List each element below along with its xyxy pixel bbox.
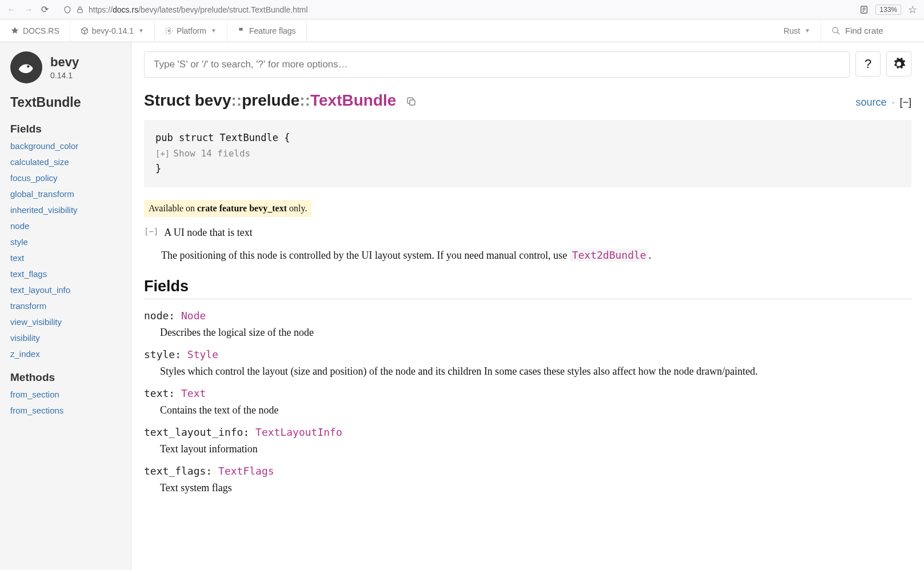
url-bar[interactable]: https://docs.rs/bevy/latest/bevy/prelude… xyxy=(57,5,851,14)
field-entry: text_layout_info: TextLayoutInfoText lay… xyxy=(144,426,911,457)
sidebar-field-link[interactable]: text_flags xyxy=(10,269,131,279)
sidebar: bevy 0.14.1 TextBundle Fields background… xyxy=(0,42,131,570)
source-link[interactable]: source xyxy=(855,97,886,108)
sidebar-methods-heading: Methods xyxy=(10,371,131,384)
reader-icon[interactable] xyxy=(859,5,869,14)
chevron-down-icon: ▼ xyxy=(211,27,217,34)
chevron-down-icon: ▼ xyxy=(805,27,810,34)
main-content: ? Struct bevy::prelude::TextBundle sourc… xyxy=(131,42,924,570)
svg-point-6 xyxy=(833,27,838,33)
type-link[interactable]: Node xyxy=(181,310,206,322)
sidebar-field-link[interactable]: view_visibility xyxy=(10,317,131,327)
sidebar-field-link[interactable]: inherited_visibility xyxy=(10,205,131,215)
sidebar-field-link[interactable]: text_layout_info xyxy=(10,285,131,295)
field-description: Text system flags xyxy=(160,480,911,496)
sidebar-method-link[interactable]: from_section xyxy=(10,390,131,399)
sidebar-field-link[interactable]: text xyxy=(10,253,131,263)
type-link[interactable]: Style xyxy=(187,348,218,360)
shield-icon xyxy=(63,6,71,14)
path-prelude[interactable]: prelude xyxy=(242,91,299,109)
lock-icon xyxy=(76,6,84,14)
flags-label: Feature flags xyxy=(249,26,296,35)
type-link[interactable]: Text xyxy=(181,387,206,399)
gears-icon xyxy=(165,27,173,35)
field-entry: node: NodeDescribes the logical size of … xyxy=(144,310,911,340)
sidebar-field-link[interactable]: global_transform xyxy=(10,189,131,199)
sidebar-field-link[interactable]: background_color xyxy=(10,141,131,151)
sidebar-field-link[interactable]: style xyxy=(10,237,131,247)
bookmark-star-icon[interactable]: ☆ xyxy=(908,3,917,16)
page-title: Struct bevy::prelude::TextBundle xyxy=(144,91,417,110)
crate-version: 0.14.1 xyxy=(50,71,79,80)
browser-toolbar: ← → ⟳ https://docs.rs/bevy/latest/bevy/p… xyxy=(0,0,924,19)
sidebar-field-link[interactable]: z_index xyxy=(10,349,131,359)
sidebar-field-link[interactable]: transform xyxy=(10,301,131,311)
sidebar-field-link[interactable]: visibility xyxy=(10,333,131,343)
search-icon xyxy=(831,26,841,35)
field-entry: text: TextContains the text of the node xyxy=(144,387,911,418)
sidebar-field-link[interactable]: node xyxy=(10,221,131,231)
zoom-indicator[interactable]: 133% xyxy=(875,5,901,15)
field-description: Describes the logical size of the node xyxy=(160,325,911,340)
bevy-logo-icon xyxy=(10,51,42,83)
svg-rect-0 xyxy=(78,9,82,13)
platform-selector[interactable]: Platform ▼ xyxy=(155,19,227,42)
forward-button[interactable]: → xyxy=(24,5,33,15)
field-entry: style: StyleStyles which control the lay… xyxy=(144,348,911,379)
sidebar-fields-heading: Fields xyxy=(10,123,131,135)
docsrs-toolbar: DOCS.RS bevy-0.14.1 ▼ Platform ▼ Feature… xyxy=(0,19,924,42)
collapse-all-toggle[interactable]: [−] xyxy=(899,97,911,108)
sidebar-page-title: TextBundle xyxy=(10,95,131,110)
crate-label: bevy-0.14.1 xyxy=(92,26,134,35)
description-detail: The positioning of this node is controll… xyxy=(161,247,911,264)
docsrs-home[interactable]: DOCS.RS xyxy=(0,19,70,42)
code-line: pub struct TextBundle { xyxy=(155,130,900,146)
back-button[interactable]: ← xyxy=(7,5,16,15)
url-text: https://docs.rs/bevy/latest/bevy/prelude… xyxy=(89,5,308,14)
fields-section-heading: Fields xyxy=(144,278,911,299)
field-description: Styles which control the layout (size an… xyxy=(160,364,911,379)
search-input[interactable] xyxy=(144,51,850,78)
svg-point-8 xyxy=(27,65,29,67)
feature-flags-link[interactable]: Feature flags xyxy=(227,19,307,42)
type-link[interactable]: TextLayoutInfo xyxy=(255,426,342,438)
text2dbundle-link[interactable]: Text2dBundle xyxy=(570,248,649,262)
sidebar-method-link[interactable]: from_sections xyxy=(10,406,131,415)
description-summary: A UI node that is text xyxy=(164,225,252,241)
crate-search-input[interactable] xyxy=(845,26,914,35)
crate-header[interactable]: bevy 0.14.1 xyxy=(10,51,131,83)
crate-selector[interactable]: bevy-0.14.1 ▼ xyxy=(70,19,155,42)
field-description: Contains the text of the node xyxy=(160,403,911,418)
feature-gate-note: Available on crate feature bevy_text onl… xyxy=(144,200,311,217)
show-fields-label[interactable]: Show 14 fields xyxy=(173,148,250,159)
platform-label: Platform xyxy=(177,26,206,35)
sidebar-field-link[interactable]: focus_policy xyxy=(10,173,131,183)
language-selector[interactable]: Rust ▼ xyxy=(773,19,821,42)
copy-path-icon[interactable] xyxy=(406,97,417,107)
description-toggle[interactable]: [−] xyxy=(144,227,158,241)
help-button[interactable]: ? xyxy=(855,51,881,77)
cube-icon xyxy=(81,27,89,35)
svg-point-5 xyxy=(168,30,170,32)
type-link[interactable]: TextFlags xyxy=(218,465,274,477)
title-right-controls: source · [−] xyxy=(855,97,911,109)
sidebar-field-link[interactable]: calculated_size xyxy=(10,157,131,167)
settings-button[interactable] xyxy=(886,51,911,77)
crate-search[interactable] xyxy=(821,26,924,35)
path-bevy[interactable]: bevy xyxy=(195,91,231,109)
chevron-down-icon: ▼ xyxy=(138,27,144,34)
svg-line-7 xyxy=(837,32,839,34)
crate-name: bevy xyxy=(50,55,79,70)
reload-button[interactable]: ⟳ xyxy=(41,4,49,15)
field-description: Text layout information xyxy=(160,441,911,457)
code-line: } xyxy=(155,161,900,176)
docsrs-brand-label: DOCS.RS xyxy=(23,26,59,35)
docsrs-logo-icon xyxy=(10,26,19,35)
gear-icon xyxy=(892,57,906,71)
lang-label: Rust xyxy=(783,26,800,35)
svg-rect-9 xyxy=(410,100,415,105)
struct-signature: pub struct TextBundle { [+]Show 14 field… xyxy=(144,120,911,187)
flag-icon xyxy=(238,27,246,35)
field-entry: text_flags: TextFlagsText system flags xyxy=(144,465,911,496)
expand-fields-toggle[interactable]: [+] xyxy=(155,149,170,158)
